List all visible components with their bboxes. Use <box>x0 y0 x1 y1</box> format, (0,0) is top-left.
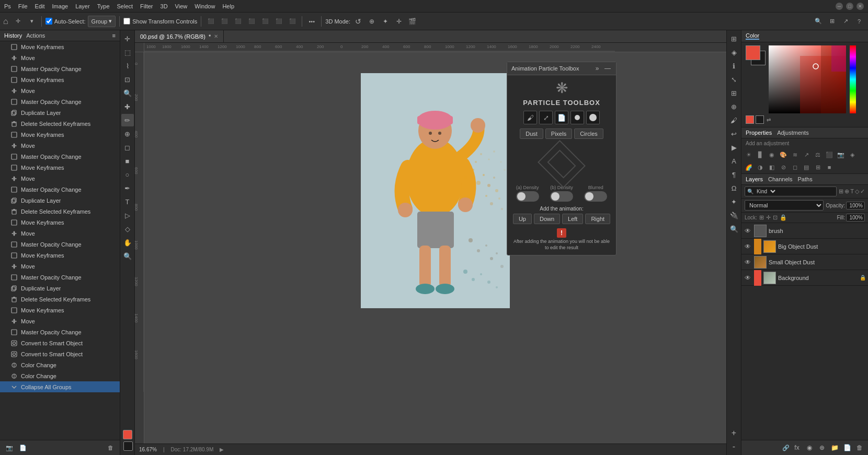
history-item[interactable]: Master Opacity Change <box>0 272 120 283</box>
kuler-btn[interactable]: ✦ <box>728 195 740 208</box>
prop-sat-icon[interactable]: ◑ <box>755 162 766 172</box>
close-button[interactable]: ✕ <box>856 3 864 10</box>
history-item[interactable]: Duplicate Layer <box>0 195 120 206</box>
history-panel-btn[interactable]: ↩ <box>728 127 740 140</box>
menu-file[interactable]: File <box>18 3 28 9</box>
history-item[interactable]: Master Opacity Change <box>0 239 120 250</box>
lock-position-btn[interactable]: ✛ <box>766 214 771 221</box>
pt-pixels-btn[interactable]: Pixels <box>545 129 572 139</box>
info-btn[interactable]: ℹ <box>728 60 740 72</box>
lock-artboard-btn[interactable]: ⊡ <box>773 214 778 221</box>
prop-replace-icon[interactable]: ⊘ <box>778 162 789 172</box>
new-layer-btn[interactable]: 📄 <box>842 442 852 453</box>
mini-zoom-in[interactable]: + <box>728 427 740 439</box>
add-style-btn[interactable]: fx <box>792 442 802 453</box>
distribute-2-btn[interactable]: ⬛ <box>273 16 284 27</box>
para-panel-btn[interactable]: ¶ <box>728 168 740 181</box>
prop-circle-icon[interactable]: ◉ <box>767 149 777 160</box>
history-item[interactable]: Move Keyframes <box>0 41 120 52</box>
history-item[interactable]: Duplicate Layer <box>0 283 120 294</box>
transform-btn[interactable]: ⊞ <box>728 87 740 99</box>
prop-threed-icon[interactable]: ◻ <box>790 162 800 172</box>
dodge-tool[interactable]: ○ <box>121 168 134 181</box>
pt-file-btn[interactable]: 📄 <box>555 111 568 124</box>
pt-brush-btn[interactable]: 🖌 <box>523 111 537 124</box>
history-item[interactable]: Master Opacity Change <box>0 326 120 337</box>
app-logo[interactable]: Ps <box>4 3 11 9</box>
crop-tool[interactable]: ⊡ <box>121 73 134 86</box>
prop-channel2-icon[interactable]: ◈ <box>847 149 858 160</box>
menu-filter[interactable]: Filter <box>140 3 153 9</box>
workspaces-btn[interactable]: ⊞ <box>826 16 838 27</box>
prop-channel-icon[interactable]: ≋ <box>790 149 800 160</box>
clone-panel-btn[interactable]: ⊕ <box>728 100 740 113</box>
history-item[interactable]: Delete Selected Keyframes <box>0 206 120 217</box>
actions-tab[interactable]: Actions <box>26 32 45 39</box>
history-item[interactable]: Move <box>0 52 120 63</box>
color-mode-swatch[interactable] <box>746 115 754 124</box>
canvas-scrollable[interactable] <box>144 52 726 444</box>
particle-toolbox-close[interactable]: — <box>603 64 612 73</box>
new-document-btn[interactable]: 📄 <box>18 442 28 453</box>
filter-adjust-icon[interactable]: ⊕ <box>844 188 849 195</box>
history-item[interactable]: Move Keyframes <box>0 162 120 173</box>
particle-toolbox-header[interactable]: Animation Particle Toolbox » — <box>507 62 616 75</box>
zoom-panel-btn[interactable]: 🔍 <box>728 223 740 235</box>
history-item[interactable]: Convert to Smart Object <box>0 348 120 359</box>
pt-circle-large[interactable] <box>586 111 600 124</box>
status-arrow[interactable]: ▶ <box>220 447 224 452</box>
layers-panel-btn[interactable]: ⊞ <box>728 32 740 45</box>
healing-tool[interactable]: ✚ <box>121 100 134 113</box>
channels-btn[interactable]: ◈ <box>728 46 740 59</box>
menu-window[interactable]: Window <box>195 3 215 9</box>
layer-item-small-dust[interactable]: 👁 Small Object Dust <box>741 254 868 270</box>
prop-colors-icon[interactable]: 🎨 <box>778 149 789 160</box>
3d-rotate-btn[interactable]: ↺ <box>352 16 364 27</box>
delete-layer-btn[interactable]: 🗑 <box>854 442 865 453</box>
foreground-color-swatch[interactable] <box>123 430 132 439</box>
bg-mode-swatch[interactable] <box>756 115 764 124</box>
menu-image[interactable]: Image <box>52 3 68 9</box>
brush-tool[interactable]: ✏ <box>121 114 134 126</box>
add-group-btn[interactable]: 📁 <box>829 442 840 453</box>
more-options-btn[interactable]: ••• <box>306 16 317 27</box>
blurred-toggle[interactable] <box>584 191 607 202</box>
auto-select-checkbox[interactable] <box>45 18 52 25</box>
anim-left-btn[interactable]: Left <box>562 214 583 224</box>
pt-circle-small[interactable] <box>570 111 584 124</box>
layer-eye-background[interactable]: 👁 <box>744 274 752 282</box>
path-tool[interactable]: ▷ <box>121 209 134 221</box>
history-item[interactable]: Move <box>0 140 120 151</box>
properties-tab[interactable]: Properties <box>746 130 772 136</box>
channels-tab[interactable]: Channels <box>768 176 792 182</box>
menu-help[interactable]: Help <box>222 3 234 9</box>
3d-extra-btn[interactable]: 🎬 <box>407 16 418 27</box>
anim-up-btn[interactable]: Up <box>513 214 532 224</box>
color-tab[interactable]: Color <box>746 32 759 40</box>
pt-expand-btn[interactable]: ⤢ <box>539 111 553 124</box>
history-item[interactable]: Color Change <box>0 359 120 370</box>
prop-balance-icon[interactable]: ⚖ <box>813 149 823 160</box>
brush-panel-btn[interactable]: 🖌 <box>728 114 740 126</box>
filter-smart-icon[interactable]: ✓ <box>860 188 865 195</box>
distribute-btn[interactable]: ⬛ <box>259 16 271 27</box>
history-item[interactable]: Move Keyframes <box>0 217 120 228</box>
particle-toolbox-expand[interactable]: » <box>593 64 601 73</box>
prop-hue-icon[interactable]: 🌈 <box>744 162 754 172</box>
menu-3d[interactable]: 3D <box>161 3 168 9</box>
history-item[interactable]: Move <box>0 261 120 272</box>
add-mask-btn[interactable]: ◉ <box>804 442 815 453</box>
lasso-tool[interactable]: ⌇ <box>121 60 134 72</box>
marquee-tool[interactable]: ⬚ <box>121 46 134 59</box>
filter-text-icon[interactable]: T <box>850 188 854 195</box>
history-item[interactable]: Move Keyframes <box>0 129 120 140</box>
auto-select-dropdown[interactable]: Group ▾ <box>88 16 116 27</box>
blend-mode-select[interactable]: Normal <box>745 200 824 211</box>
delete-state-btn[interactable]: 🗑 <box>105 442 116 453</box>
clone-tool[interactable]: ⊕ <box>121 127 134 140</box>
history-item[interactable]: Move <box>0 316 120 326</box>
layers-kind-select[interactable]: Kind <box>753 188 777 195</box>
add-adjustment-btn[interactable]: ⊕ <box>817 442 827 453</box>
shape-tool[interactable]: ◇ <box>121 223 134 235</box>
history-item[interactable]: Collapse All Groups <box>0 381 120 392</box>
